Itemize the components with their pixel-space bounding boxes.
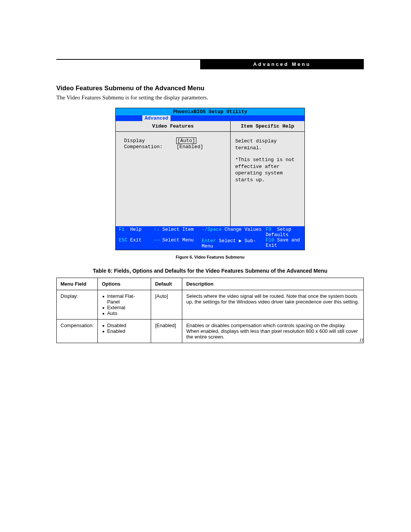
spec-table: Menu Field Options Default Description D… (56, 278, 364, 343)
page-number: 11 (359, 337, 364, 343)
bios-screenshot: PhoenixBIOS Setup Utility Advanced Video… (115, 108, 305, 250)
bios-key-f10: F10 (266, 238, 274, 243)
bios-field-display-value: [Auto] (177, 138, 196, 144)
cell-menu-field: Compensation: (57, 320, 98, 343)
th-default: Default (151, 278, 182, 290)
bios-help-line2: *This setting is not effective after ope… (235, 157, 301, 183)
bios-key-change-values: Change Values (225, 227, 262, 232)
bios-key-f9: F9 (266, 227, 271, 232)
section-heading: Video Features Submenu of the Advanced M… (56, 85, 364, 92)
figure-caption: Figure 6. Video Features Submenu (56, 255, 364, 259)
bios-key-enter: Enter (202, 238, 216, 244)
cell-menu-field: Display: (57, 290, 98, 320)
th-menu-field: Menu Field (57, 278, 98, 290)
bios-field-comp-value: [Enabled] (177, 144, 203, 150)
opt: Auto (107, 310, 147, 316)
bios-help-line1: Select display terminal. (235, 138, 301, 151)
bios-left-header: Video Features (116, 121, 230, 132)
bios-right-header: Item Specific Help (231, 121, 304, 132)
opt: Disabled (107, 323, 147, 328)
bios-field-display-label: Display (124, 138, 174, 144)
cell-default: [Enabled] (151, 320, 182, 343)
cell-options: Disabled Enabled (98, 320, 151, 343)
bios-tabbar: Advanced (116, 115, 304, 121)
bios-title: PhoenixBIOS Setup Utility (116, 108, 304, 115)
table-row: Display: Internal Flat-Panel External Au… (57, 290, 364, 320)
bios-footer: F1 Help ↑↓ Select Item -/Space Change Va… (116, 226, 304, 250)
opt: Internal Flat-Panel (107, 293, 147, 305)
cell-description: Selects where the video signal will be r… (182, 290, 364, 320)
bios-key-minspace: -/Space (202, 227, 222, 232)
cell-options: Internal Flat-Panel External Auto (98, 290, 151, 320)
bios-key-exit: Exit (130, 238, 142, 243)
bios-key-f1: F1 (119, 227, 124, 232)
bios-field-comp-label: Compensation: (124, 144, 174, 150)
bios-key-leftright: ←→ (154, 238, 159, 243)
section-intro: The Video Features Submenu is for settin… (56, 94, 364, 101)
opt: Enabled (107, 328, 147, 334)
bios-key-esc: ESC (119, 238, 127, 243)
page-header-badge: Advanced Menu (200, 59, 364, 69)
th-description: Description (182, 278, 364, 290)
table-row: Compensation: Disabled Enabled [Enabled]… (57, 320, 364, 343)
bios-tab-advanced: Advanced (142, 115, 170, 121)
cell-description: Enables or disables compensation which c… (182, 320, 364, 343)
opt: External (107, 305, 147, 310)
cell-default: [Auto] (151, 290, 182, 320)
table-caption: Table 6: Fields, Options and Defaults fo… (56, 268, 364, 274)
bios-key-help: Help (130, 227, 142, 232)
th-options: Options (98, 278, 151, 290)
bios-key-select-item: Select Item (162, 227, 194, 232)
bios-key-updown: ↑↓ (154, 227, 159, 232)
bios-key-select-menu: Select Menu (162, 238, 194, 243)
